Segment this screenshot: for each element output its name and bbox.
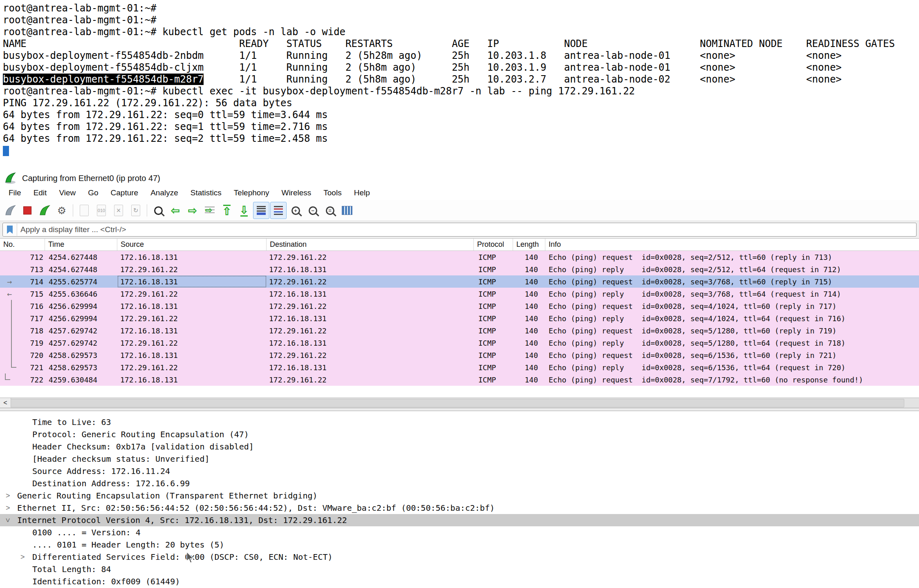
start-capture-fin-icon[interactable] [2,202,18,219]
packet-row[interactable]: 7214258.629573172.29.161.22172.16.18.131… [0,361,919,373]
resize-columns-icon[interactable] [339,202,355,219]
menu-go[interactable]: Go [82,187,104,199]
menu-tools[interactable]: Tools [317,187,347,199]
packet-proto-cell: ICMP [474,251,513,263]
packet-row[interactable]: 7204258.629573172.16.18.131172.29.161.22… [0,349,919,361]
column-header-no[interactable]: No. [0,239,45,250]
packet-details-pane: Time to Live: 63Protocol: Generic Routin… [0,411,919,588]
colorize-icon[interactable] [270,202,287,219]
packet-time-cell: 4257.629742 [45,337,117,349]
terminal-line: busybox-deployment-f554854db-2nbdm 1/1 R… [3,50,919,62]
packet-len-cell: 140 [513,312,545,324]
detail-tree-row[interactable]: >Ethernet II, Src: 02:50:56:56:44:52 (02… [0,502,919,514]
packet-info-cell: Echo (ping) request id=0x0028, seq=5/128… [545,324,919,337]
packet-row[interactable]: 7174256.629994172.29.161.22172.16.18.131… [0,312,919,324]
packet-src-cell: 172.29.161.22 [117,288,267,300]
menu-edit[interactable]: Edit [27,187,53,199]
packet-row[interactable]: 7184257.629742172.16.18.131172.29.161.22… [0,324,919,337]
column-header-source[interactable]: Source [117,239,267,250]
display-filter-input[interactable] [17,225,916,235]
column-header-info[interactable]: Info [545,239,919,250]
zoom-out-icon[interactable]: − [305,202,321,219]
open-file-icon[interactable] [76,202,92,219]
go-forward-icon[interactable]: ⇨ [184,202,201,219]
packet-row[interactable]: ←7154255.636646172.29.161.22172.16.18.13… [0,288,919,300]
menu-view[interactable]: View [53,187,82,199]
column-header-time[interactable]: Time [45,239,117,250]
capture-options-gear-icon[interactable]: ⚙ [54,202,70,219]
detail-tree-row[interactable]: Time to Live: 63 [0,416,919,428]
terminal-text: NAME READY STATUS RESTARTS AGE IP NODE N… [3,38,895,49]
go-back-icon[interactable]: ⇦ [167,202,184,219]
packet-list-h-scrollbar[interactable]: < [0,398,919,408]
stop-capture-icon[interactable] [19,202,36,219]
related-packet-marker [0,263,19,275]
packet-list-header[interactable]: No.TimeSourceDestinationProtocolLengthIn… [0,239,919,251]
terminal-line: 64 bytes from 172.29.161.22: seq=2 ttl=5… [3,133,919,145]
filter-bookmark-button[interactable] [3,224,17,236]
expander-open-icon[interactable]: > [2,518,14,523]
restart-capture-fin-icon[interactable] [36,202,53,219]
reload-file-icon[interactable]: ↻ [128,202,144,219]
detail-tree-row[interactable]: Header Checksum: 0xb17a [validation disa… [0,440,919,453]
go-to-packet-icon[interactable]: ⇨ [202,202,218,219]
detail-tree-row[interactable]: [Header checksum status: Unverified] [0,453,919,465]
related-packet-marker [0,312,19,324]
menu-help[interactable]: Help [348,187,376,199]
detail-tree-row[interactable]: >Internet Protocol Version 4, Src: 172.1… [0,514,919,526]
menu-wireless[interactable]: Wireless [275,187,317,199]
column-header-length[interactable]: Length [513,239,545,250]
close-file-icon[interactable]: × [110,202,127,219]
packet-src-cell: 172.16.18.131 [117,300,267,312]
menu-telephony[interactable]: Telephony [228,187,276,199]
zoom-in-icon[interactable]: + [287,202,304,219]
menu-capture[interactable]: Capture [105,187,145,199]
detail-tree-row[interactable]: Total Length: 84 [0,563,919,575]
detail-tree-row[interactable]: Source Address: 172.16.11.24 [0,465,919,477]
menu-file[interactable]: File [2,187,27,199]
detail-tree-row[interactable]: 0100 .... = Version: 4 [0,526,919,539]
detail-tree-row[interactable]: Destination Address: 172.16.6.99 [0,477,919,490]
find-packet-icon[interactable] [150,202,166,219]
expander-closed-icon[interactable]: > [6,490,10,502]
detail-tree-row[interactable]: Protocol: Generic Routing Encapsulation … [0,428,919,440]
detail-tree-row[interactable]: >Differentiated Services Field: 0x00 (DS… [0,551,919,563]
screen: root@antrea-lab-mgmt-01:~#root@antrea-la… [0,0,919,588]
column-header-destination[interactable]: Destination [267,239,474,250]
detail-tree-row[interactable]: >Generic Routing Encapsulation (Transpar… [0,490,919,502]
packet-row[interactable]: →7144255.625774172.16.18.131172.29.161.2… [0,275,919,288]
detail-text: Source Address: 172.16.11.24 [32,466,170,476]
terminal[interactable]: root@antrea-lab-mgmt-01:~#root@antrea-la… [0,0,919,171]
h-scrollbar-thumb[interactable] [11,399,904,407]
terminal-line: 64 bytes from 172.29.161.22: seq=1 ttl=5… [3,121,919,133]
expander-closed-icon[interactable]: > [6,502,10,514]
display-filter-box[interactable] [2,223,917,237]
save-file-icon[interactable]: 010 [93,202,110,219]
go-to-bottom-icon[interactable]: ⇩ [236,202,252,219]
terminal-line: busybox-deployment-f554854db-m28r7 1/1 R… [3,74,919,85]
pane-splitter[interactable] [0,408,919,411]
terminal-cursor [3,146,9,156]
column-header-protocol[interactable]: Protocol [474,239,513,250]
packet-row[interactable]: 7194257.629742172.29.161.22172.16.18.131… [0,337,919,349]
menu-statistics[interactable]: Statistics [184,187,228,199]
packet-row[interactable]: 7164256.629994172.16.18.131172.29.161.22… [0,300,919,312]
packet-dst-cell: 172.16.18.131 [267,312,474,324]
packet-row[interactable]: 7124254.627448172.16.18.131172.29.161.22… [0,251,919,263]
packet-proto-cell: ICMP [474,263,513,275]
detail-tree-row[interactable]: Identification: 0xf009 (61449) [0,575,919,588]
terminal-text: busybox-deployment-f554854db-cljxm 1/1 R… [3,62,842,73]
packet-row[interactable]: 7224259.630484172.16.18.131172.29.161.22… [0,373,919,386]
zoom-reset-icon[interactable]: = [322,202,338,219]
terminal-text: busybox-deployment-f554854db-2nbdm 1/1 R… [3,50,842,61]
menu-analyze[interactable]: Analyze [144,187,184,199]
packet-proto-cell: ICMP [474,337,513,349]
go-to-top-icon[interactable]: ⇧ [219,202,235,219]
packet-row[interactable]: 7134254.627448172.29.161.22172.16.18.131… [0,263,919,275]
expander-closed-icon[interactable]: > [20,551,25,563]
detail-tree-row[interactable]: .... 0101 = Header Length: 20 bytes (5) [0,539,919,551]
packet-no-cell: 712 [19,251,45,263]
auto-scroll-icon[interactable] [253,202,269,219]
packet-time-cell: 4254.627448 [45,251,117,263]
scroll-left-arrow-icon[interactable]: < [0,398,11,407]
